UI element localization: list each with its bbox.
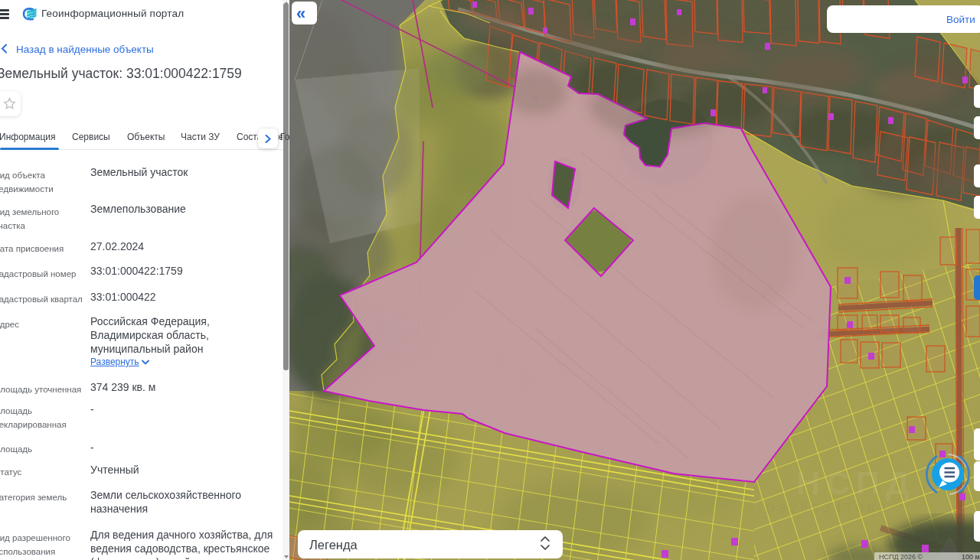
svg-text:НСПД 2026 ©: НСПД 2026 © xyxy=(879,553,923,560)
svg-text:«: « xyxy=(296,4,305,23)
svg-text:НСПД: НСПД xyxy=(796,464,916,501)
svg-text:Легенда: Легенда xyxy=(309,538,358,552)
svg-text:Войти: Войти xyxy=(946,14,975,25)
svg-text:100 м: 100 м xyxy=(962,553,980,560)
svg-text:ID3268347082: ID3268347082 xyxy=(758,501,890,516)
